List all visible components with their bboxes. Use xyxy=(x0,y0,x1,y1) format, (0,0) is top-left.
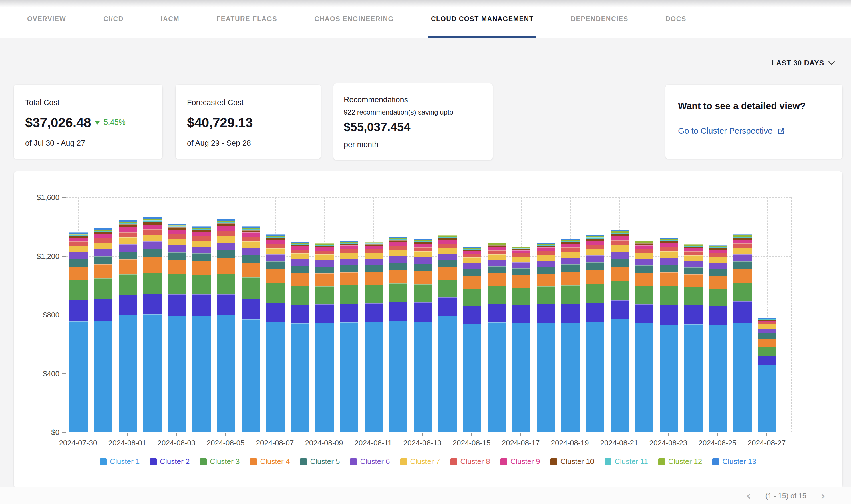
bar-segment-cluster-1[interactable] xyxy=(340,322,358,432)
bar-segment-cluster-4[interactable] xyxy=(168,260,186,274)
bar-segment-cluster-7[interactable] xyxy=(733,248,752,254)
bar-2024-08-27[interactable] xyxy=(758,318,776,432)
bar-2024-08-12[interactable] xyxy=(389,237,407,432)
bar-2024-08-08[interactable] xyxy=(291,242,309,432)
bar-segment-cluster-8[interactable] xyxy=(340,249,358,253)
bar-segment-cluster-10[interactable] xyxy=(610,234,629,236)
bar-segment-cluster-9[interactable] xyxy=(537,248,555,251)
bar-segment-cluster-3[interactable] xyxy=(758,347,776,356)
bar-segment-cluster-6[interactable] xyxy=(315,260,334,266)
bar-segment-cluster-8[interactable] xyxy=(561,248,580,252)
bar-segment-cluster-8[interactable] xyxy=(168,234,186,239)
legend-item-cluster-11[interactable]: Cluster 11 xyxy=(605,457,648,466)
bar-segment-cluster-10[interactable] xyxy=(217,223,235,226)
bar-segment-cluster-1[interactable] xyxy=(242,320,260,432)
bar-segment-cluster-5[interactable] xyxy=(94,256,112,264)
bar-segment-cluster-5[interactable] xyxy=(586,262,604,270)
bar-segment-cluster-8[interactable] xyxy=(586,245,604,249)
bar-segment-cluster-3[interactable] xyxy=(414,284,432,302)
bar-segment-cluster-5[interactable] xyxy=(242,255,260,263)
bar-segment-cluster-6[interactable] xyxy=(561,258,580,264)
bar-segment-cluster-4[interactable] xyxy=(94,264,112,278)
legend-item-cluster-10[interactable]: Cluster 10 xyxy=(551,457,594,466)
tab-cloud-cost-management[interactable]: CLOUD COST MANAGEMENT xyxy=(431,0,534,38)
bar-segment-cluster-5[interactable] xyxy=(610,259,629,267)
bar-segment-cluster-9[interactable] xyxy=(242,232,260,237)
bar-2024-08-07[interactable] xyxy=(266,234,284,432)
bar-segment-cluster-5[interactable] xyxy=(488,266,506,273)
bar-segment-cluster-10[interactable] xyxy=(168,228,186,230)
bar-segment-cluster-3[interactable] xyxy=(365,285,383,303)
bar-segment-cluster-6[interactable] xyxy=(389,256,407,263)
bar-segment-cluster-1[interactable] xyxy=(192,316,211,432)
bar-segment-cluster-4[interactable] xyxy=(463,276,481,288)
bar-segment-cluster-9[interactable] xyxy=(660,243,678,247)
bar-segment-cluster-7[interactable] xyxy=(119,237,137,244)
bar-segment-cluster-4[interactable] xyxy=(291,273,309,286)
bar-segment-cluster-7[interactable] xyxy=(242,241,260,248)
bar-segment-cluster-3[interactable] xyxy=(610,281,629,300)
bar-2024-08-21[interactable] xyxy=(610,230,629,432)
bar-2024-08-24[interactable] xyxy=(684,244,702,432)
bar-2024-08-26[interactable] xyxy=(733,234,752,432)
bar-segment-cluster-6[interactable] xyxy=(365,259,383,265)
bar-segment-cluster-3[interactable] xyxy=(488,286,506,304)
bar-segment-cluster-9[interactable] xyxy=(512,250,531,253)
bar-2024-08-16[interactable] xyxy=(488,242,506,432)
bar-segment-cluster-7[interactable] xyxy=(69,246,88,252)
bar-segment-cluster-3[interactable] xyxy=(340,285,358,304)
bar-segment-cluster-4[interactable] xyxy=(758,339,776,347)
bar-2024-08-03[interactable] xyxy=(168,224,186,432)
bar-segment-cluster-8[interactable] xyxy=(733,244,752,248)
bar-segment-cluster-3[interactable] xyxy=(586,284,604,303)
bar-segment-cluster-9[interactable] xyxy=(488,247,506,250)
bar-segment-cluster-9[interactable] xyxy=(610,236,629,240)
bar-segment-cluster-8[interactable] xyxy=(610,240,629,245)
bar-segment-cluster-8[interactable] xyxy=(94,238,112,242)
legend-item-cluster-3[interactable]: Cluster 3 xyxy=(200,457,240,466)
bar-segment-cluster-2[interactable] xyxy=(94,299,112,321)
bar-segment-cluster-2[interactable] xyxy=(561,304,580,323)
bar-2024-08-15[interactable] xyxy=(463,247,481,432)
bar-segment-cluster-8[interactable] xyxy=(709,253,727,257)
bar-segment-cluster-9[interactable] xyxy=(69,238,88,241)
bar-segment-cluster-2[interactable] xyxy=(69,300,88,321)
bar-segment-cluster-5[interactable] xyxy=(119,252,137,260)
bar-segment-cluster-10[interactable] xyxy=(660,241,678,243)
bar-segment-cluster-2[interactable] xyxy=(143,294,161,314)
bar-segment-cluster-9[interactable] xyxy=(561,244,580,248)
bar-segment-cluster-2[interactable] xyxy=(488,304,506,322)
bar-segment-cluster-9[interactable] xyxy=(315,247,334,251)
bar-segment-cluster-7[interactable] xyxy=(94,242,112,249)
bar-segment-cluster-6[interactable] xyxy=(610,252,629,259)
bar-segment-cluster-7[interactable] xyxy=(463,257,481,263)
bar-segment-cluster-5[interactable] xyxy=(365,265,383,272)
bar-segment-cluster-1[interactable] xyxy=(635,323,654,432)
bar-segment-cluster-8[interactable] xyxy=(143,230,161,235)
bar-2024-08-04[interactable] xyxy=(192,226,211,432)
bar-segment-cluster-6[interactable] xyxy=(660,258,678,265)
legend-item-cluster-4[interactable]: Cluster 4 xyxy=(250,457,290,466)
bar-2024-08-05[interactable] xyxy=(217,219,235,432)
bar-segment-cluster-7[interactable] xyxy=(684,255,702,261)
bar-segment-cluster-2[interactable] xyxy=(217,294,235,315)
time-range-dropdown[interactable]: LAST 30 DAYS xyxy=(771,56,834,70)
bar-segment-cluster-3[interactable] xyxy=(709,289,727,306)
bar-2024-07-30[interactable] xyxy=(69,232,88,432)
bar-segment-cluster-2[interactable] xyxy=(242,299,260,320)
bar-segment-cluster-2[interactable] xyxy=(660,305,678,325)
bar-segment-cluster-4[interactable] xyxy=(684,274,702,287)
bar-segment-cluster-8[interactable] xyxy=(512,253,531,257)
bar-segment-cluster-2[interactable] xyxy=(758,356,776,365)
bar-segment-cluster-2[interactable] xyxy=(168,294,186,316)
bar-segment-cluster-2[interactable] xyxy=(610,300,629,319)
bar-segment-cluster-4[interactable] xyxy=(660,272,678,286)
bar-segment-cluster-4[interactable] xyxy=(610,267,629,281)
bar-segment-cluster-6[interactable] xyxy=(414,257,432,264)
bar-segment-cluster-7[interactable] xyxy=(217,236,235,242)
bar-segment-cluster-6[interactable] xyxy=(463,263,481,269)
bar-segment-cluster-3[interactable] xyxy=(168,274,186,294)
bar-segment-cluster-8[interactable] xyxy=(291,250,309,254)
bar-segment-cluster-5[interactable] xyxy=(291,266,309,273)
bar-segment-cluster-3[interactable] xyxy=(537,286,555,304)
